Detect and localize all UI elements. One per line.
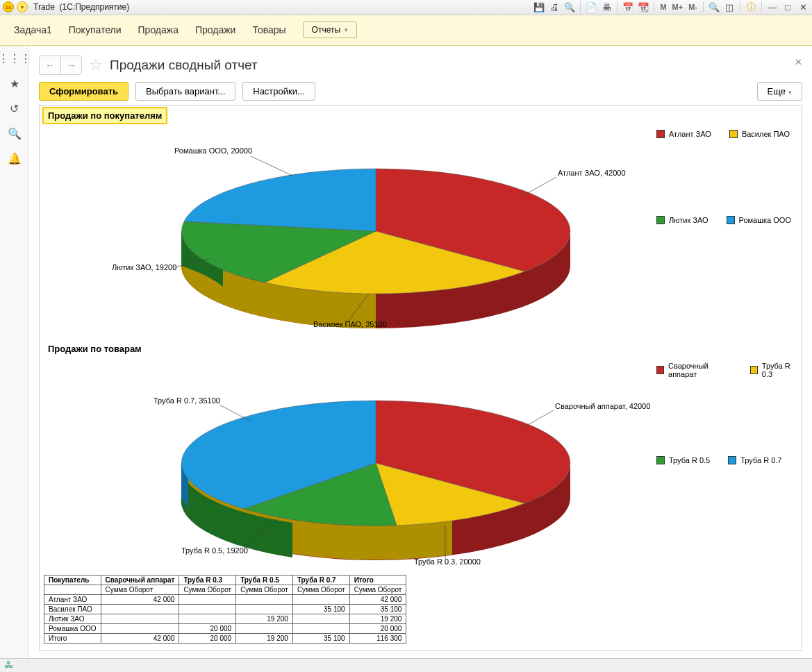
chart1-label-vasilek: Василек ПАО, 35100 xyxy=(313,320,387,328)
chart1-label-romashka: Ромашка ООО, 20000 xyxy=(174,146,252,155)
chart2-label-svaroch: Сварочный аппарат, 42000 xyxy=(555,402,650,410)
section-customers-title: Продажи по покупателям xyxy=(42,107,167,124)
nav-back-button[interactable]: ← xyxy=(40,56,60,74)
menu-goods[interactable]: Товары xyxy=(252,24,285,35)
page-close-icon[interactable]: ✕ xyxy=(795,57,802,67)
search-icon[interactable]: 🔍 xyxy=(7,126,22,142)
calendar31-icon[interactable]: 📆 xyxy=(637,1,649,13)
app-logo-icon: 1c xyxy=(3,1,14,12)
menu-reports-dropdown[interactable]: Отчеты▾ xyxy=(303,22,357,38)
print2-icon[interactable]: 🖶 xyxy=(600,1,613,13)
menu-customers[interactable]: Покупатели xyxy=(69,24,122,35)
nav-forward-button[interactable]: → xyxy=(60,56,81,74)
svg-line-7 xyxy=(219,405,251,421)
status-connection-icon: 🖧 xyxy=(4,660,15,671)
maximize-icon[interactable]: □ xyxy=(781,1,794,13)
chart2-label-r07: Труба R 0.7, 35100 xyxy=(154,396,220,405)
memory-mminus-button[interactable]: M- xyxy=(687,3,699,11)
svg-line-0 xyxy=(522,177,556,196)
sidebar: ⋮⋮⋮ ★ ↺ 🔍 🔔 xyxy=(0,46,29,658)
menu-sales[interactable]: Продажи xyxy=(195,24,235,35)
svg-line-4 xyxy=(522,410,554,428)
app-dropdown-icon[interactable]: ▾ xyxy=(17,1,28,12)
menu-task1[interactable]: Задача1 xyxy=(14,24,52,35)
chart1-label-atlant: Атлант ЗАО, 42000 xyxy=(558,169,626,177)
info-icon[interactable]: ⓘ xyxy=(745,1,757,13)
chart2-legend: Сварочный аппарат Труба R 0.3 Труба R 0.… xyxy=(654,359,799,569)
more-button[interactable]: Еще▾ xyxy=(757,82,802,101)
svg-line-3 xyxy=(251,156,292,176)
titlebar: 1c ▾ Trade (1С:Предприятие) 💾 🖨 🔍 📄 🖶 📅 … xyxy=(0,0,812,15)
apps-grid-icon[interactable]: ⋮⋮⋮ xyxy=(7,51,22,67)
save-icon[interactable]: 💾 xyxy=(533,1,545,13)
statusbar: 🖧 xyxy=(0,658,812,672)
chart2-label-r05: Труба R 0.5, 19200 xyxy=(181,546,248,555)
main-menu: Задача1 Покупатели Продажа Продажи Товар… xyxy=(0,15,812,46)
select-variant-button[interactable]: Выбрать вариант... xyxy=(135,82,235,101)
close-icon[interactable]: ✕ xyxy=(797,1,809,13)
table-row: Василек ПАО35 10035 100 xyxy=(44,604,406,614)
page-title: Продажи сводный отчет xyxy=(110,58,258,73)
app-title: Trade (1С:Предприятие) xyxy=(33,2,129,12)
chart-goods: Сварочный аппарат, 42000 Труба R 0.3, 20… xyxy=(42,359,654,569)
calendar-icon[interactable]: 📅 xyxy=(622,1,634,13)
minimize-icon[interactable]: — xyxy=(766,1,779,13)
menu-sale[interactable]: Продажа xyxy=(138,24,179,35)
print-icon[interactable]: 🖨 xyxy=(548,1,561,13)
summary-table: Покупатель Сварочный аппарат Труба R 0.3… xyxy=(44,575,406,644)
chart-customers: Атлант ЗАО, 42000 Василек ПАО, 35100 Лют… xyxy=(42,127,654,337)
doc-plus-icon[interactable]: 📄 xyxy=(585,1,597,13)
table-row: Лютик ЗАО19 20019 200 xyxy=(44,614,406,623)
preview-icon[interactable]: 🔍 xyxy=(563,1,576,13)
report-area: Продажи по покупателям xyxy=(39,105,802,651)
memory-m-button[interactable]: M xyxy=(658,3,668,11)
page-header: ← → ☆ Продажи сводный отчет ✕ xyxy=(39,53,802,82)
history-icon[interactable]: ↺ xyxy=(7,101,22,117)
favorite-star-icon[interactable]: ☆ xyxy=(89,56,103,74)
panels-icon[interactable]: ◫ xyxy=(723,1,736,13)
report-toolbar: Сформировать Выбрать вариант... Настройк… xyxy=(39,82,802,101)
table-row: Ромашка ООО20 00020 000 xyxy=(44,623,406,633)
table-total-row: Итого42 00020 00019 20035 100116 300 xyxy=(44,633,406,643)
form-report-button[interactable]: Сформировать xyxy=(39,82,129,101)
chart1-legend: Атлант ЗАО Василек ПАО Лютик ЗАО Ромашка… xyxy=(654,127,799,337)
table-row: Атлант ЗАО42 00042 000 xyxy=(44,594,406,604)
zoom-icon[interactable]: 🔍 xyxy=(708,1,720,13)
settings-button[interactable]: Настройки... xyxy=(242,82,315,101)
chart1-label-lutik: Лютик ЗАО, 19200 xyxy=(112,263,176,271)
notifications-icon[interactable]: 🔔 xyxy=(7,151,22,167)
chart2-label-r03: Труба R 0.3, 20000 xyxy=(414,557,481,566)
memory-mplus-button[interactable]: M+ xyxy=(671,3,685,11)
favorites-icon[interactable]: ★ xyxy=(7,76,22,92)
section-goods-title: Продажи по товарам xyxy=(44,342,146,356)
